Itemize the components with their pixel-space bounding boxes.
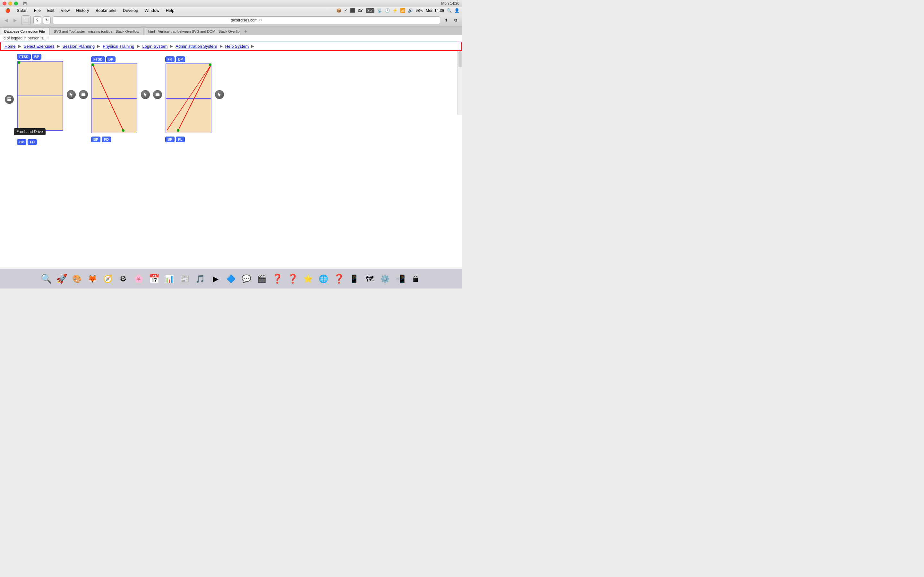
diagram-1-bottom-buttons: BP FD	[17, 139, 37, 145]
dock-trash[interactable]: 🗑	[409, 272, 423, 286]
close-button[interactable]	[3, 2, 6, 5]
tab-overview-button[interactable]: ⧉	[452, 16, 459, 24]
nav-login-system[interactable]: Login System	[140, 43, 170, 50]
menu-develop[interactable]: Develop	[120, 7, 141, 13]
nav-select-exercises[interactable]: Select Exercises	[21, 43, 57, 50]
clock-icon[interactable]: 🕐	[384, 8, 390, 13]
btn-fd-1[interactable]: FD	[27, 139, 37, 145]
nav-physical-training[interactable]: Physical Training	[100, 43, 137, 50]
address-bar[interactable]: ttexercises.com ↻	[53, 16, 440, 24]
diagram-2-top-buttons: FTSD BP	[91, 56, 115, 62]
btn-bp-3-top[interactable]: BP	[176, 56, 185, 62]
dock-dreamweaver[interactable]: 🌐	[317, 272, 330, 286]
minimize-button[interactable]	[8, 2, 12, 5]
sidebar-button[interactable]: ⬜	[21, 15, 31, 25]
menu-help[interactable]: Help	[163, 7, 177, 13]
dock-chrome[interactable]: ⚙	[116, 272, 130, 286]
dock-launchpad[interactable]: 🚀	[55, 272, 69, 286]
scrollbar[interactable]	[457, 51, 462, 115]
traffic-lights	[3, 2, 18, 5]
connector-cursor-2[interactable]	[141, 90, 150, 99]
connector-db-2[interactable]	[79, 90, 88, 99]
dock-pinwheel[interactable]: ⭐	[301, 272, 315, 286]
btn-bp-3-bottom[interactable]: BP	[165, 137, 174, 142]
connector-db-1[interactable]	[5, 95, 14, 104]
diagram-2-bottom-buttons: BP FD	[91, 137, 111, 142]
btn-fd-2[interactable]: FD	[102, 137, 111, 142]
dock-facetime[interactable]: 📱	[347, 272, 361, 286]
connector-db-3[interactable]	[153, 90, 162, 99]
forward-button[interactable]: ▶	[11, 17, 19, 24]
temp-display-2: 35°	[366, 8, 375, 13]
menu-apple[interactable]: 🍎	[3, 7, 13, 13]
menu-edit[interactable]: Edit	[45, 7, 57, 13]
btn-bp-1-top[interactable]: BP	[32, 54, 41, 60]
user-icon[interactable]: 👤	[454, 8, 459, 13]
dock-skype[interactable]: 💬	[239, 272, 254, 286]
tab-1-label: Database Connection File	[4, 29, 45, 33]
btn-ftsd-2[interactable]: FTSD	[91, 56, 105, 62]
dock-firefox[interactable]: 🦊	[86, 272, 99, 286]
dock-studio[interactable]: 🎬	[255, 272, 269, 286]
menu-file[interactable]: File	[31, 7, 43, 13]
share-button[interactable]: ⬆	[442, 16, 450, 24]
connector-cursor-3[interactable]	[215, 90, 224, 99]
dock-numbers[interactable]: 📊	[162, 272, 176, 286]
refresh-icon-button[interactable]: ↻	[43, 16, 51, 24]
dock-safari[interactable]: 🧭	[101, 272, 115, 286]
maximize-button[interactable]	[14, 2, 18, 5]
dock-preferences[interactable]: 🎨	[70, 272, 84, 286]
dock-help-3[interactable]: ❓	[332, 272, 346, 286]
connector-cursor-1[interactable]	[67, 90, 76, 99]
diagram-1-svg	[17, 61, 63, 131]
svg-rect-0	[7, 97, 11, 98]
btn-ftsd-1[interactable]: FTSD	[17, 54, 31, 60]
diagram-1-top-buttons: FTSD BP	[17, 54, 41, 60]
nav-home[interactable]: Home	[2, 43, 18, 50]
menu-window[interactable]: Window	[142, 7, 162, 13]
menu-safari[interactable]: Safari	[14, 7, 30, 13]
tab-2[interactable]: SVG and Tooltipster - missing tooltips -…	[50, 27, 144, 35]
btn-bp-1-bottom[interactable]: BP	[17, 139, 26, 145]
diagram-3: FK BP	[165, 56, 212, 142]
btn-fl-3[interactable]: FL	[176, 137, 184, 142]
volume-icon[interactable]: 🔊	[408, 8, 413, 13]
btn-bp-2-bottom[interactable]: BP	[91, 137, 100, 142]
menu-history[interactable]: History	[73, 7, 91, 13]
nav-menu: Home ▶ Select Exercises ▶ Session Planni…	[0, 42, 462, 51]
dock-maps[interactable]: 🗺	[363, 272, 376, 286]
dock-itunes[interactable]: 🎵	[193, 272, 207, 286]
wifi-icon[interactable]: 📶	[400, 8, 405, 13]
tab-3[interactable]: html - Vertical gap between SVG and DOM …	[144, 27, 240, 35]
btn-bp-2-top[interactable]: BP	[106, 56, 115, 62]
reload-button[interactable]: ↻	[259, 18, 262, 23]
dock-photos[interactable]: 🌸	[132, 272, 145, 286]
scrollbar-thumb[interactable]	[459, 51, 462, 67]
dock-ios-sim[interactable]: 📲	[393, 272, 407, 286]
dock-help-2[interactable]: ❓	[286, 272, 300, 286]
dock-calendar[interactable]: 📅	[147, 272, 161, 286]
btn-fk-3[interactable]: FK	[165, 56, 174, 62]
nav-help-system[interactable]: Help System	[223, 43, 252, 50]
search-icon[interactable]: 🔍	[447, 8, 452, 13]
dock-help-1[interactable]: ❓	[270, 272, 284, 286]
tab-1[interactable]: Database Connection File	[0, 27, 49, 35]
menu-bookmarks[interactable]: Bookmarks	[93, 7, 119, 13]
dock-videos[interactable]: ▶	[208, 272, 223, 286]
dock-system-prefs[interactable]: ⚙️	[378, 272, 392, 286]
nav-session-planning[interactable]: Session Planning	[60, 43, 97, 50]
page-content: id of logged in person is....: Home ▶ Se…	[0, 35, 462, 269]
dock-affinity[interactable]: 🔷	[224, 272, 238, 286]
back-button[interactable]: ◀	[3, 17, 10, 24]
menu-view[interactable]: View	[58, 7, 72, 13]
dock-keynote[interactable]: 📰	[178, 272, 192, 286]
nav-sep-4: ▶	[137, 44, 140, 48]
menu-bar: 🍎 Safari File Edit View History Bookmark…	[0, 7, 462, 14]
bluetooth-icon[interactable]: ⚡	[393, 8, 397, 13]
new-tab-button[interactable]: +	[242, 28, 249, 35]
question-button[interactable]: ?	[33, 16, 41, 24]
airplay-icon[interactable]: 📡	[377, 8, 382, 13]
nav-administration-system[interactable]: Administration System	[173, 43, 220, 50]
dock-finder[interactable]: 🔍	[39, 272, 53, 286]
sidebar-toggle-icon[interactable]: ⊞	[23, 1, 27, 6]
